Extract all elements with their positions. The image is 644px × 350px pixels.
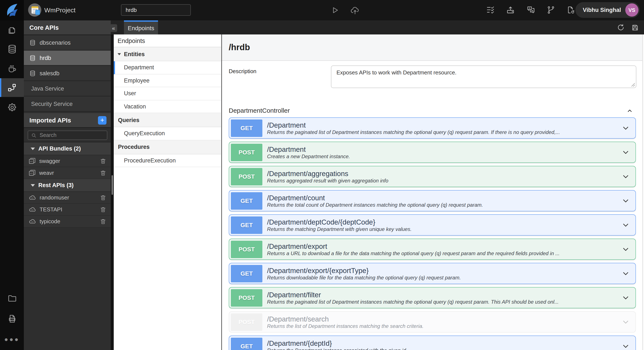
section-entities[interactable]: Entities: [114, 47, 221, 61]
wavemaker-logo: [0, 0, 24, 20]
file-sync-button[interactable]: [566, 5, 576, 15]
chevron-down-icon[interactable]: [622, 342, 630, 350]
project-avatar[interactable]: [28, 3, 41, 16]
resize-handle-icon[interactable]: [631, 82, 635, 87]
sidebar-scrollbar[interactable]: [112, 175, 113, 195]
collapse-sidebar-button[interactable]: «: [110, 24, 117, 32]
rail-item-java-services[interactable]: [0, 59, 24, 77]
sidebar-item-weavr[interactable]: API weavr: [24, 167, 111, 179]
rail-item-logs[interactable]: LOG: [0, 309, 24, 328]
refresh-icon[interactable]: [617, 23, 625, 31]
sidebar-item-dbscenarios[interactable]: dbscenarios: [24, 35, 111, 51]
chevron-expanded-icon: [31, 147, 35, 150]
svg-text:API: API: [31, 221, 34, 222]
trash-icon[interactable]: [100, 206, 106, 213]
sidebar-item-salesdb[interactable]: salesdb: [24, 66, 111, 81]
trash-icon[interactable]: [100, 170, 106, 176]
sidebar-item-hrdb[interactable]: hrdb: [24, 51, 111, 66]
panel-item-label: User: [124, 90, 136, 97]
cloud-deploy-button[interactable]: [350, 5, 360, 15]
sidebar-item-security-service[interactable]: Security Service: [24, 97, 111, 112]
panel-item-vacation[interactable]: Vacation: [114, 100, 221, 113]
content-scrollbar[interactable]: [642, 34, 644, 350]
svg-text:API: API: [31, 197, 34, 199]
rail-item-pages[interactable]: [0, 20, 24, 39]
export-project-button[interactable]: [506, 5, 515, 15]
chevron-down-icon[interactable]: [622, 172, 630, 181]
imported-apis-header: Imported APIs +: [24, 113, 111, 128]
trash-icon[interactable]: [100, 194, 106, 201]
endpoint-row[interactable]: GET /Department/count Returns the total …: [229, 190, 636, 211]
endpoint-row[interactable]: POST /Department Creates a new Departmen…: [229, 142, 636, 163]
endpoint-row[interactable]: POST /Department/filter Returns the pagi…: [229, 287, 636, 308]
sidebar-search-input[interactable]: [28, 131, 107, 140]
localization-button[interactable]: A: [526, 5, 536, 15]
endpoint-row[interactable]: GET /Department Returns the paginated li…: [229, 117, 636, 139]
sidebar-item-swagger[interactable]: API swagger: [24, 155, 111, 167]
endpoints-panel: Endpoints Entities Department Employee U…: [114, 34, 222, 350]
endpoint-path: /Department/export: [267, 242, 617, 250]
version-control-button[interactable]: [546, 5, 556, 15]
sidebar-item-testapi[interactable]: API TESTAPI: [24, 204, 111, 216]
chevron-down-icon[interactable]: [622, 124, 630, 132]
chevron-expanded-icon: [31, 184, 35, 186]
chevron-down-icon[interactable]: [622, 221, 630, 229]
endpoint-path: /Department/filter: [267, 290, 617, 299]
imported-apis-title: Imported APIs: [30, 117, 71, 124]
endpoint-path: /Department/count: [267, 193, 617, 202]
trash-icon[interactable]: [100, 218, 106, 225]
main-content: /hrdb Description Exposes APIs to work w…: [222, 34, 644, 350]
rail-item-files[interactable]: [0, 289, 24, 308]
cloud-api-icon: API: [28, 217, 37, 226]
header-search-input[interactable]: [121, 4, 191, 16]
chevron-down-icon[interactable]: [622, 245, 630, 253]
rail-item-apis[interactable]: [0, 78, 24, 97]
rail-item-database[interactable]: [0, 39, 24, 58]
description-textarea[interactable]: Exposes APIs to work with Department res…: [331, 65, 636, 88]
group-rest-apis[interactable]: Rest APIs (3): [24, 179, 111, 192]
endpoint-row[interactable]: GET /Department/export/{exportType} Retu…: [229, 263, 636, 284]
chevron-down-icon[interactable]: [622, 196, 630, 205]
sidebar-item-label: TESTAPI: [40, 206, 62, 213]
panel-item-user[interactable]: User: [114, 87, 221, 100]
rail-item-more[interactable]: ●●●: [0, 330, 24, 348]
endpoint-row[interactable]: GET /Department/deptCode/{deptCode} Retu…: [229, 214, 636, 236]
endpoint-path: /Department/{deptId}: [267, 339, 617, 347]
endpoint-row[interactable]: GET /Department/{deptId} Returns the Dep…: [229, 336, 636, 350]
panel-item-queryexecution[interactable]: QueryExecution: [114, 127, 221, 140]
endpoint-row[interactable]: POST /Department/export Returns a URL to…: [229, 239, 636, 260]
sidebar-item-randomuser[interactable]: API randomuser: [24, 192, 111, 204]
chevron-down-icon[interactable]: [622, 269, 630, 278]
log-file-icon: LOG: [7, 314, 17, 324]
endpoint-description: Creates a new Department instance.: [267, 153, 617, 160]
sidebar-item-typicode[interactable]: API typicode: [24, 216, 111, 227]
checklist-button[interactable]: [486, 5, 495, 15]
chevron-down-icon[interactable]: [622, 148, 630, 157]
add-api-button[interactable]: +: [98, 116, 106, 124]
search-icon: [31, 133, 37, 138]
panel-item-employee[interactable]: Employee: [114, 74, 221, 87]
rail-item-settings[interactable]: [0, 98, 24, 117]
endpoint-description: Returns the list of Department instances…: [267, 323, 617, 329]
description-label: Description: [229, 68, 256, 74]
file-sync-icon: [566, 5, 575, 14]
user-menu[interactable]: Vibhu Singhal VS: [576, 2, 640, 18]
database-icon: [30, 55, 36, 61]
chevron-down-icon[interactable]: [622, 293, 630, 302]
save-icon[interactable]: [631, 24, 639, 31]
panel-item-procedureexecution[interactable]: ProcedureExecution: [114, 154, 221, 167]
chevron-up-icon[interactable]: [626, 108, 633, 114]
panel-item-department[interactable]: Department: [114, 61, 221, 74]
endpoint-description: Returns downloadable file for the data m…: [267, 275, 617, 281]
tab-endpoints[interactable]: Endpoints: [124, 20, 158, 34]
sidebar-item-label: Security Service: [31, 101, 72, 107]
method-badge: POST: [231, 313, 262, 331]
endpoint-row[interactable]: POST /Department/aggregations Returns ag…: [229, 166, 636, 187]
trash-icon[interactable]: [100, 158, 106, 164]
run-preview-button[interactable]: [330, 5, 340, 15]
section-label: Queries: [118, 117, 140, 123]
group-api-bundles[interactable]: API Bundles (2): [24, 143, 111, 155]
ellipsis-icon: ●●●: [4, 335, 20, 343]
project-name: WmProject: [44, 0, 76, 20]
sidebar-item-java-service[interactable]: Java Service: [24, 81, 111, 97]
